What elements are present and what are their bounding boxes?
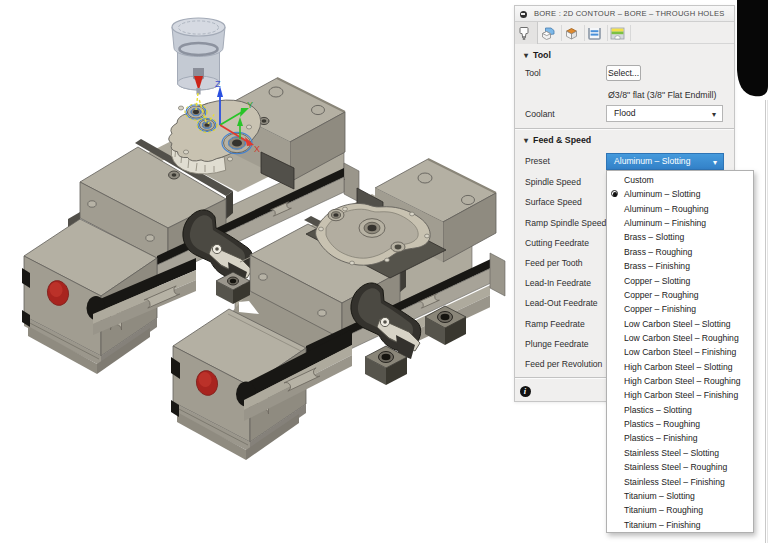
svg-text:Y: Y: [247, 100, 253, 110]
svg-text:X: X: [254, 144, 260, 154]
svg-text:Z: Z: [215, 79, 221, 89]
